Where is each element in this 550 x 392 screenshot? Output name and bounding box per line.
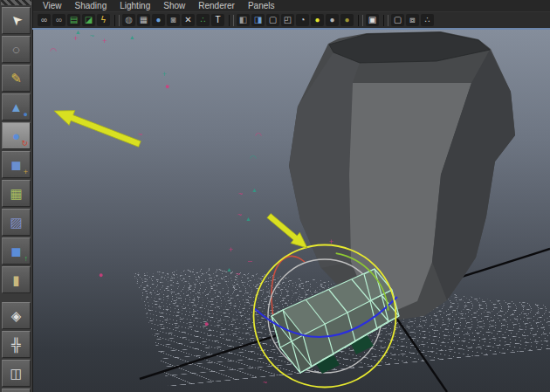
texture-t-icon[interactable]: T [211,14,224,26]
node-graph-icon[interactable]: ∴ [421,14,434,26]
tool-box: ➤◌✎▲●●↻◼+▦▨◼↑▮ ◈╬◫◧ [0,0,33,392]
menu-lighting[interactable]: Lighting [120,1,150,10]
four-pane-layout-button-glyph: ╬ [11,338,21,351]
shaded-sphere-icon[interactable]: ● [152,14,165,26]
wireframe-sphere-icon[interactable]: ◍ [122,14,135,26]
menu-view[interactable]: View [43,1,62,10]
layout-button-list: ◈╬◫◧ [0,302,32,392]
checker-x-icon[interactable]: ✕ [182,14,195,26]
soft-mod-tool[interactable]: ▨ [2,209,31,236]
lightning-pick-icon[interactable]: ϟ [97,14,110,26]
toolbar-divider [383,15,388,26]
outliner-pane-layout-button-glyph: ◫ [10,367,22,380]
lasso-select-tool[interactable]: ◌ [2,36,31,63]
soft-mod-tool-glyph: ▨ [10,216,22,229]
film-strip-icon[interactable]: ▦ [137,14,150,26]
cone-sphere-tool-overlay-glyph: ● [24,111,28,119]
tool-list: ➤◌✎▲●●↻◼+▦▨◼↑▮ [0,7,32,293]
select-tool[interactable]: ➤ [2,7,31,34]
single-pane-layout-button[interactable]: ◈ [2,302,31,329]
lasso-select-tool-glyph: ◌ [12,43,20,56]
move-cube-tool-glyph: ◼ [10,244,21,258]
camera-icon[interactable]: ∞ [38,14,51,26]
vertex-dots-icon[interactable]: ∴ [196,14,210,26]
rotate-tool[interactable]: ●↻ [2,122,31,149]
persp-outliner-layout-button[interactable]: ◧ [2,389,31,392]
perspective-viewport[interactable]: +~+◠▲▲+●~◠◠▲~~▲+▲~●●~+– [32,28,550,392]
annotation-arrow-to-rotate-tool [54,111,141,148]
cone-sphere-tool-glyph: ▲ [10,100,23,113]
rotate-tool-overlay-glyph: ↻ [21,140,28,148]
toolbox-drag-handle[interactable] [1,0,31,5]
select-tool-glyph: ➤ [8,12,25,30]
camera-film-icon[interactable]: ∞ [52,14,65,26]
paint-select-tool[interactable]: ✎ [2,65,31,92]
panel-icon-toolbar: ∞∞▤◪ϟ◍▦●◙✕∴T◧◨▢◰◔●●●▣▢⧈∴ [32,11,550,28]
toolbar-divider [114,15,120,26]
four-pane-layout-button[interactable]: ╬ [2,331,31,358]
lattice-tool-glyph: ▦ [10,187,22,200]
toolbar-group: ◧◨▢◰◔●●● [237,14,355,26]
book-icon[interactable]: ▤ [67,14,80,26]
panel-menu-bar: View Shading Lighting Show Renderer Pane… [32,0,550,11]
select-highlight-icon[interactable]: ▣ [366,14,379,26]
light-on-icon[interactable]: ● [311,14,324,26]
toolbar-divider [229,15,234,26]
toolbar-divider [358,15,363,26]
menu-renderer[interactable]: Renderer [198,1,235,10]
scale-tool[interactable]: ◼+ [2,151,31,178]
cube-dark-icon[interactable]: ◧ [237,14,250,26]
isolate-cube-icon[interactable]: ▢ [391,14,404,26]
light-olive-icon[interactable]: ● [340,14,354,26]
frame-cube-icon[interactable]: ⧈ [406,14,419,26]
cube-light-icon[interactable]: ▢ [266,14,279,26]
maya-window: ➤◌✎▲●●↻◼+▦▨◼↑▮ ◈╬◫◧ View Shading Lightin… [0,0,550,392]
scale-tool-glyph: ◼ [10,158,21,171]
move-cube-tool[interactable]: ◼↑ [2,237,31,265]
cube-3d-icon[interactable]: ◰ [281,14,294,26]
cube-blue-icon[interactable]: ◨ [251,14,265,26]
toolbar-group: ▣ [366,14,381,26]
paint-select-tool-glyph: ✎ [10,72,22,85]
single-pane-layout-button-glyph: ◈ [11,309,22,322]
paint-effects-barrel-tool-glyph: ▮ [12,273,19,286]
scene-3d [32,28,550,392]
toolbar-group: ◍▦●◙✕∴T [122,14,226,26]
rotate-tool-glyph: ● [12,129,20,142]
checker-sphere-icon[interactable]: ◔ [296,14,309,26]
toolbar-group: ▢⧈∴ [391,14,436,26]
plane-icon[interactable]: ◪ [82,14,95,26]
textured-sphere-icon[interactable]: ◙ [167,14,180,26]
menu-shading[interactable]: Shading [75,1,107,10]
light-default-icon[interactable]: ● [326,14,339,26]
move-cube-tool-overlay-glyph: ↑ [24,255,29,263]
menu-show[interactable]: Show [163,1,185,10]
cone-sphere-tool[interactable]: ▲● [2,93,31,120]
scale-tool-overlay-glyph: + [24,168,28,176]
menu-panels[interactable]: Panels [248,1,275,10]
toolbar-group: ∞∞▤◪ϟ [38,14,112,26]
active-panel-border [32,28,550,30]
paint-effects-barrel-tool[interactable]: ▮ [2,266,31,293]
lattice-tool[interactable]: ▦ [2,180,31,207]
outliner-pane-layout-button[interactable]: ◫ [2,360,31,387]
vase-mesh[interactable] [289,31,515,320]
